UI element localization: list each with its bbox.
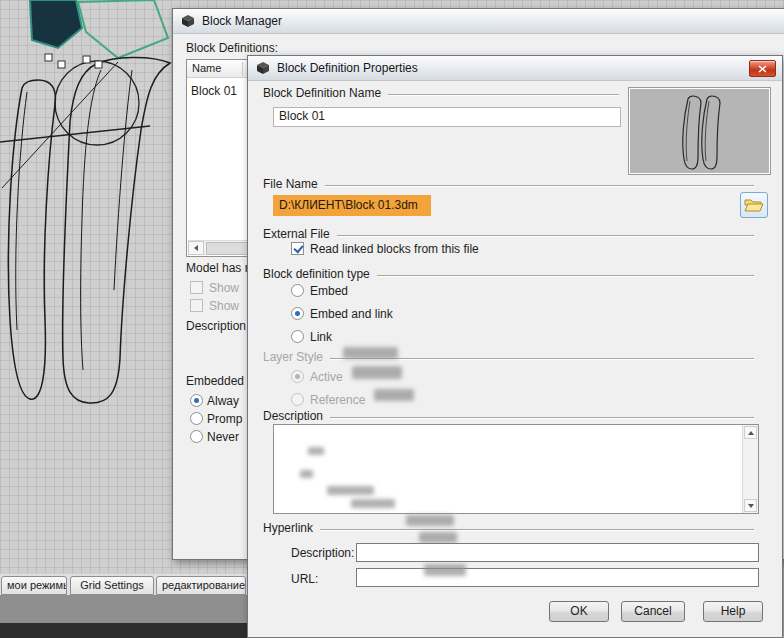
group-divider-line xyxy=(388,94,619,96)
file-path-field[interactable]: D:\КЛИЕНТ\Block 01.3dm xyxy=(273,195,431,216)
radio-always-label: Alway xyxy=(207,394,239,408)
properties-title: Block Definition Properties xyxy=(277,61,418,75)
description-textarea[interactable] xyxy=(273,424,759,514)
triangle-down-icon xyxy=(748,504,754,508)
block-manager-titlebar[interactable]: Block Manager xyxy=(173,9,784,34)
group-divider-line xyxy=(377,275,754,277)
redacted-text xyxy=(300,470,313,478)
hyperlink-description-input[interactable] xyxy=(356,543,759,562)
folder-open-icon xyxy=(744,198,764,213)
layer-group-header: Layer Style xyxy=(263,350,754,364)
embedded-group-label: Embedded xyxy=(186,374,244,388)
block-definitions-label: Block Definitions: xyxy=(186,41,278,55)
hyperlink-description-label: Description: xyxy=(291,546,354,560)
vertical-scrollbar[interactable] xyxy=(742,425,758,513)
show-checkbox-1-label: Show xyxy=(209,281,239,295)
group-divider-line xyxy=(337,235,754,237)
triangle-up-icon xyxy=(748,431,754,435)
radio-layer-reference xyxy=(291,393,304,406)
radio-embed[interactable] xyxy=(291,284,304,297)
type-group-label: Block definition type xyxy=(263,267,370,281)
status-bar xyxy=(0,595,247,623)
redacted-text xyxy=(352,366,402,379)
column-divider[interactable] xyxy=(242,62,243,76)
radio-never-label: Never xyxy=(207,430,239,444)
ok-button[interactable]: OK xyxy=(549,601,609,622)
block-definition-properties-window: Block Definition Properties Block Defini… xyxy=(247,55,783,638)
type-group-header: Block definition type xyxy=(263,267,754,281)
list-header-name: Name xyxy=(192,62,221,74)
browse-file-button[interactable] xyxy=(740,192,768,218)
external-group-label: External File xyxy=(263,227,330,241)
scrollbar-thumb[interactable] xyxy=(206,242,252,255)
properties-window-icon xyxy=(255,60,271,76)
radio-embed-and-link[interactable] xyxy=(291,307,304,320)
help-button[interactable]: Help xyxy=(703,601,763,622)
redacted-text xyxy=(308,447,324,455)
block-name-input[interactable]: Block 01 xyxy=(273,107,621,127)
description-group-header: Description xyxy=(263,409,754,423)
radio-prompt-label: Promp xyxy=(207,412,242,426)
show-checkbox-2-label: Show xyxy=(209,299,239,313)
viewport-tab-my-modes[interactable]: мои режимы xyxy=(1,576,67,595)
radio-layer-active-label: Active xyxy=(310,370,343,384)
radio-never[interactable] xyxy=(190,430,203,443)
layer-group-label: Layer Style xyxy=(263,350,323,364)
radio-embed-and-link-label: Embed and link xyxy=(310,307,393,321)
block-manager-window-icon xyxy=(180,13,196,29)
viewport-tab-editing[interactable]: редактирование xyxy=(156,576,246,595)
radio-prompt[interactable] xyxy=(190,412,203,425)
redacted-text xyxy=(327,486,374,495)
bm-description-label: Description xyxy=(186,319,246,333)
scroll-down-button[interactable] xyxy=(744,499,757,512)
cancel-button[interactable]: Cancel xyxy=(621,601,685,622)
viewport-tab-grid-settings[interactable]: Grid Settings xyxy=(70,576,154,595)
radio-link-label: Link xyxy=(310,330,332,344)
show-checkbox-1 xyxy=(190,281,203,294)
group-divider-line xyxy=(320,529,754,531)
redacted-text xyxy=(343,347,398,359)
name-group-header: Block Definition Name xyxy=(263,86,619,100)
hyperlink-group-header: Hyperlink xyxy=(263,521,754,535)
url-label: URL: xyxy=(291,572,318,586)
scroll-left-button[interactable] xyxy=(188,241,204,255)
taskbar-edge xyxy=(0,623,247,638)
list-item[interactable]: Block 01 xyxy=(191,84,237,98)
url-input[interactable] xyxy=(356,568,759,587)
redacted-text xyxy=(351,499,395,508)
model-status-text: Model has r xyxy=(186,261,249,275)
description-group-label: Description xyxy=(263,409,323,423)
radio-layer-reference-label: Reference xyxy=(310,393,365,407)
redacted-text xyxy=(419,532,457,543)
redacted-text xyxy=(424,564,466,576)
radio-embed-label: Embed xyxy=(310,284,348,298)
read-linked-checkbox[interactable] xyxy=(291,242,304,255)
block-manager-title: Block Manager xyxy=(202,14,282,28)
close-x-icon xyxy=(758,65,767,73)
redacted-text xyxy=(406,515,454,526)
rhino-application: мои режимы Grid Settings редактирование … xyxy=(0,0,784,638)
name-group-label: Block Definition Name xyxy=(263,86,381,100)
group-divider-line xyxy=(330,417,754,419)
redacted-text xyxy=(374,389,414,401)
group-divider-line xyxy=(325,185,754,187)
show-checkbox-2 xyxy=(190,299,203,312)
properties-titlebar[interactable]: Block Definition Properties xyxy=(248,56,782,81)
hyperlink-group-label: Hyperlink xyxy=(263,521,313,535)
close-button[interactable] xyxy=(749,60,776,77)
file-group-header: File Name xyxy=(263,177,754,191)
scroll-up-button[interactable] xyxy=(744,426,757,439)
radio-always[interactable] xyxy=(190,394,203,407)
radio-layer-active xyxy=(291,370,304,383)
read-linked-label: Read linked blocks from this file xyxy=(310,242,479,256)
block-preview-image xyxy=(629,88,770,174)
file-group-label: File Name xyxy=(263,177,318,191)
external-group-header: External File xyxy=(263,227,754,241)
radio-link[interactable] xyxy=(291,330,304,343)
triangle-left-icon xyxy=(194,245,198,251)
